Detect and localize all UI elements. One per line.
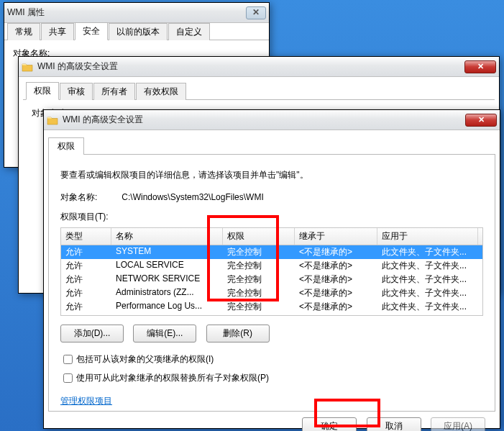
window-title-2: WMI 的高级安全设置 [37, 60, 464, 73]
replace-child-label: 使用可从此对象继承的权限替换所有子对象权限(P) [76, 372, 269, 384]
window-title-1: WMI 属性 [7, 6, 246, 19]
titlebar-2[interactable]: WMI 的高级安全设置 ✕ [19, 57, 499, 77]
edit-button[interactable]: 编辑(E)... [133, 325, 196, 342]
tabstrip-2: 权限 审核 所有者 有效权限 [23, 83, 495, 100]
tab-effective[interactable]: 有效权限 [136, 83, 186, 100]
tab-audit[interactable]: 审核 [60, 83, 93, 100]
dialog-buttons: 确定 取消 应用(A) [44, 412, 500, 431]
object-path: C:\Windows\System32\LogFiles\WMI [122, 192, 263, 202]
close-icon[interactable]: ✕ [465, 114, 497, 127]
titlebar-3[interactable]: WMI 的高级安全设置 ✕ [44, 110, 500, 130]
window-title-3: WMI 的高级安全设置 [63, 114, 465, 126]
header-inherit[interactable]: 继承于 [295, 228, 377, 245]
tab-share[interactable]: 共享 [41, 23, 74, 40]
tab-owner[interactable]: 所有者 [93, 83, 135, 100]
list-row[interactable]: 允许 Administrators (ZZ... 完全控制 <不是继承的> 此文… [61, 286, 482, 300]
ok-button[interactable]: 确定 [302, 417, 357, 431]
close-icon[interactable]: ✕ [464, 60, 496, 73]
remove-button[interactable]: 删除(R) [206, 325, 270, 342]
list-row[interactable]: 允许 LOCAL SERVICE 完全控制 <不是继承的> 此文件夹、子文件夹.… [61, 259, 482, 273]
tab-general[interactable]: 常规 [7, 23, 40, 40]
items-label: 权限项目(T): [60, 211, 483, 223]
header-perm[interactable]: 权限 [223, 228, 295, 245]
header-type[interactable]: 类型 [61, 228, 111, 245]
folder-icon [47, 114, 58, 126]
tab-security[interactable]: 安全 [75, 22, 108, 40]
apply-button[interactable]: 应用(A) [431, 417, 485, 431]
object-name-label-3: 对象名称: [60, 191, 119, 204]
list-row[interactable]: 允许 SYSTEM 完全控制 <不是继承的> 此文件夹、子文件夹... [61, 245, 482, 259]
folder-icon [22, 61, 33, 73]
tabstrip-1: 常规 共享 安全 以前的版本 自定义 [4, 23, 269, 40]
tab-permissions-2[interactable]: 权限 [26, 82, 59, 100]
list-header: 类型 名称 权限 继承于 应用于 [60, 227, 483, 245]
tab-previous-versions[interactable]: 以前的版本 [109, 23, 168, 40]
permissions-panel: 要查看或编辑权限项目的详细信息，请选择该项目并单击"编辑"。 对象名称: C:\… [48, 154, 495, 412]
cancel-button[interactable]: 取消 [367, 417, 421, 431]
instruction-text: 要查看或编辑权限项目的详细信息，请选择该项目并单击"编辑"。 [60, 169, 483, 181]
titlebar-1[interactable]: WMI 属性 ✕ [4, 3, 269, 23]
manage-permissions-link[interactable]: 管理权限项目 [60, 396, 112, 406]
header-apply[interactable]: 应用于 [377, 228, 478, 245]
close-icon[interactable]: ✕ [246, 6, 266, 19]
list-row[interactable]: 允许 NETWORK SERVICE 完全控制 <不是继承的> 此文件夹、子文件… [61, 273, 482, 286]
list-body[interactable]: 允许 SYSTEM 完全控制 <不是继承的> 此文件夹、子文件夹... 允许 L… [60, 245, 483, 316]
tab-custom[interactable]: 自定义 [168, 23, 210, 40]
include-inherit-checkbox[interactable] [63, 355, 73, 364]
permissions-list[interactable]: 类型 名称 权限 继承于 应用于 允许 SYSTEM 完全控制 <不是继承的> … [60, 227, 483, 316]
replace-child-checkbox[interactable] [63, 373, 73, 383]
header-name[interactable]: 名称 [111, 228, 223, 245]
include-inherit-label: 包括可从该对象的父项继承的权限(I) [76, 353, 214, 366]
tab-permissions-3[interactable]: 权限 [48, 137, 84, 155]
add-button[interactable]: 添加(D)... [60, 325, 124, 342]
advanced-security-window-front: WMI 的高级安全设置 ✕ 权限 要查看或编辑权限项目的详细信息，请选择该项目并… [43, 109, 500, 429]
list-row[interactable]: 允许 Performance Log Us... 完全控制 <不是继承的> 此文… [61, 300, 482, 314]
